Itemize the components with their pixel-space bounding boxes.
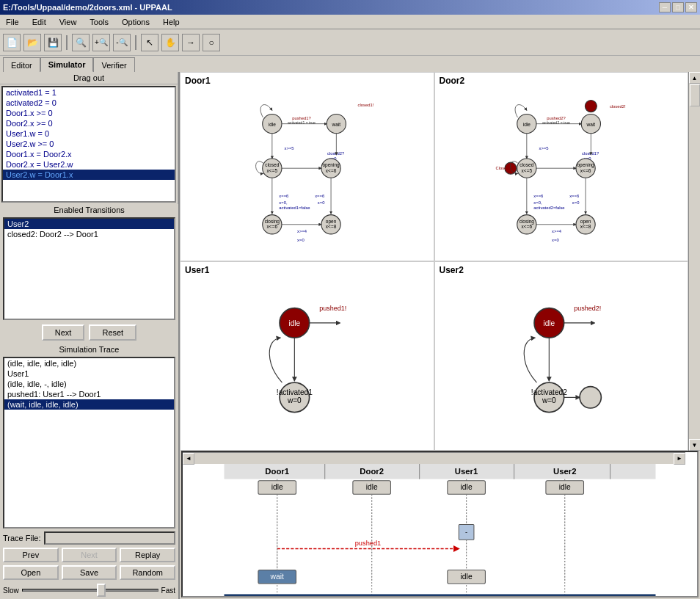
svg-text:activated2 = true: activated2 = true bbox=[542, 120, 570, 125]
trace-listbox[interactable]: (idle, idle, idle, idle) User1 (idle, id… bbox=[3, 357, 175, 529]
scroll-up-btn[interactable]: ▲ bbox=[689, 72, 701, 84]
svg-text:idle: idle bbox=[543, 319, 555, 327]
scroll-down-btn[interactable]: ▼ bbox=[689, 439, 701, 451]
trace-item-1[interactable]: User1 bbox=[4, 369, 174, 379]
circle-btn[interactable]: ○ bbox=[203, 34, 220, 51]
svg-text:Door1: Door1 bbox=[265, 467, 289, 476]
transition-closed2[interactable]: closed2: Door2 --> Door1 bbox=[4, 229, 174, 239]
trace-item-4[interactable]: (wait, idle, idle, idle) bbox=[4, 399, 174, 410]
var-door2x[interactable]: Door2.x >= 0 bbox=[3, 118, 175, 128]
svg-text:!activated2: !activated2 bbox=[531, 388, 566, 396]
svg-text:w=0: w=0 bbox=[287, 396, 302, 404]
svg-text:x==6: x==6 bbox=[569, 194, 579, 198]
tab-verifier[interactable]: Verifier bbox=[93, 57, 134, 72]
svg-text:closed: closed bbox=[519, 162, 533, 167]
user2-svg: idle pushed2! !activated2 w=0 bbox=[438, 265, 685, 447]
user1-svg: idle pushed1! !activated1 w=0 bbox=[183, 265, 431, 447]
menu-tools[interactable]: Tools bbox=[87, 16, 112, 28]
var-user2w[interactable]: User2.w >= 0 bbox=[3, 139, 175, 149]
transitions-listbox[interactable]: User2 closed2: Door2 --> Door1 bbox=[3, 217, 175, 320]
trace-file-input[interactable] bbox=[44, 531, 175, 545]
svg-text:activated2=false: activated2=false bbox=[533, 206, 564, 210]
zoom-in2-btn[interactable]: +🔍 bbox=[92, 34, 110, 51]
right-panel: Door1 idle wait closed1! pushed1? acti bbox=[180, 72, 700, 599]
sequence-area: ◄ ► Door1 Door2 User1 User2 bbox=[181, 451, 699, 598]
svg-point-73 bbox=[580, 387, 601, 408]
title-bar-buttons: ─ □ ✕ bbox=[659, 2, 697, 12]
svg-text:idle: idle bbox=[522, 122, 531, 127]
select-btn[interactable]: ↖ bbox=[141, 34, 158, 51]
var-user2w-door1x[interactable]: User2.w = Door1.x bbox=[3, 170, 175, 180]
minimize-btn[interactable]: ─ bbox=[659, 2, 671, 12]
tab-simulator[interactable]: Simulator bbox=[40, 57, 94, 72]
var-door2x-user2w[interactable]: Door2.x = User2.w bbox=[3, 159, 175, 170]
open-file-btn[interactable]: 📂 bbox=[23, 34, 41, 51]
trace-item-2[interactable]: (idle, idle, -, idle) bbox=[4, 379, 174, 389]
close-btn[interactable]: ✕ bbox=[685, 2, 697, 12]
random-button[interactable]: Random bbox=[120, 565, 175, 580]
svg-text:idle: idle bbox=[288, 319, 300, 327]
next-button[interactable]: Next bbox=[42, 324, 85, 341]
speed-slider-container[interactable] bbox=[22, 583, 158, 598]
menu-file[interactable]: File bbox=[3, 16, 22, 28]
replay-button[interactable]: Replay bbox=[120, 548, 175, 562]
reset-button[interactable]: Reset bbox=[89, 324, 136, 341]
pan-btn[interactable]: ✋ bbox=[161, 34, 179, 51]
var-list-box[interactable]: activated1 = 1 activated2 = 0 Door1.x >=… bbox=[1, 86, 176, 203]
door2-title: Door2 bbox=[440, 76, 465, 86]
svg-text:activated1=false: activated1=false bbox=[279, 206, 310, 210]
menu-help[interactable]: Help bbox=[160, 16, 183, 28]
svg-point-33 bbox=[585, 101, 597, 112]
svg-text:pushed1: pushed1 bbox=[355, 540, 382, 547]
tab-editor[interactable]: Editor bbox=[3, 57, 40, 72]
door2-svg: idle wait closed2! pushed2? activated2 =… bbox=[438, 76, 685, 258]
next-trace-button[interactable]: Next bbox=[62, 548, 117, 562]
sequence-svg: Door1 Door2 User1 User2 idle idle bbox=[183, 464, 697, 598]
maximize-btn[interactable]: □ bbox=[672, 2, 684, 12]
svg-text:wait: wait bbox=[270, 573, 284, 581]
door2-automaton: Door2 idle wait closed2! bbox=[434, 72, 689, 261]
h-scroll-right[interactable]: ► bbox=[674, 453, 685, 465]
svg-text:idle: idle bbox=[271, 483, 283, 491]
svg-text:x<=8: x<=8 bbox=[580, 224, 591, 229]
svg-text:pushed2?: pushed2? bbox=[547, 116, 566, 120]
var-user1w[interactable]: User1.w = 0 bbox=[3, 128, 175, 139]
h-scroll-track[interactable] bbox=[194, 453, 674, 464]
scroll-thumb[interactable] bbox=[690, 84, 700, 106]
arrow-btn[interactable]: → bbox=[182, 34, 200, 51]
speed-track bbox=[22, 589, 158, 592]
user1-automaton: User1 idle pushed1! !activated1 w=0 bbox=[180, 261, 434, 451]
drag-out-header-left: Drag out bbox=[0, 72, 178, 84]
menu-edit[interactable]: Edit bbox=[29, 16, 49, 28]
svg-text:idle: idle bbox=[366, 483, 378, 491]
svg-text:x==6: x==6 bbox=[279, 194, 288, 198]
menu-view[interactable]: View bbox=[56, 16, 80, 28]
user1-title: User1 bbox=[185, 265, 209, 275]
svg-text:User2: User2 bbox=[553, 467, 576, 476]
speed-thumb[interactable] bbox=[97, 584, 106, 597]
var-activated1[interactable]: activated1 = 1 bbox=[3, 87, 175, 98]
var-activated2[interactable]: activated2 = 0 bbox=[3, 98, 175, 108]
speed-slow-label: Slow bbox=[3, 587, 19, 595]
open-button[interactable]: Open bbox=[3, 565, 59, 580]
save-button[interactable]: Save bbox=[62, 565, 117, 580]
menu-options[interactable]: Options bbox=[119, 16, 153, 28]
zoom-out-btn[interactable]: -🔍 bbox=[113, 34, 131, 51]
h-scroll-left[interactable]: ◄ bbox=[183, 453, 194, 465]
new-btn[interactable]: 📄 bbox=[3, 34, 21, 51]
scroll-track[interactable] bbox=[689, 84, 700, 439]
trace-item-0[interactable]: (idle, idle, idle, idle) bbox=[4, 358, 174, 369]
svg-text:activated1 = true: activated1 = true bbox=[288, 120, 316, 125]
transition-user2[interactable]: User2 bbox=[4, 219, 174, 229]
door1-title: Door1 bbox=[185, 76, 211, 86]
svg-text:pushed2!: pushed2! bbox=[574, 305, 601, 312]
var-door1x[interactable]: Door1.x >= 0 bbox=[3, 108, 175, 118]
trace-item-3[interactable]: pushed1: User1 --> Door1 bbox=[4, 389, 174, 399]
prev-button[interactable]: Prev bbox=[3, 548, 59, 562]
bottom-btn-row-2: Open Save Random bbox=[0, 564, 178, 581]
zoom-in-btn[interactable]: 🔍 bbox=[72, 34, 90, 51]
svg-text:x>=5: x>=5 bbox=[539, 146, 548, 150]
trace-file-row: Trace File: bbox=[0, 530, 178, 546]
var-door1x-door2x[interactable]: Door1.x = Door2.x bbox=[3, 149, 175, 159]
save-file-btn[interactable]: 💾 bbox=[44, 34, 62, 51]
